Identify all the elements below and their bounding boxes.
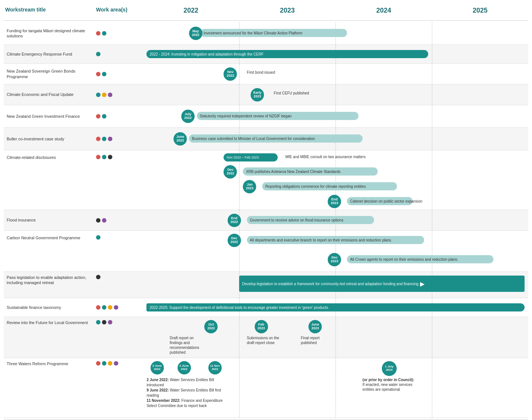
year-divider — [432, 22, 432, 44]
row-title: Climate Economic and Fiscal Update — [4, 89, 95, 100]
milestone-bubble: Dec 2022 — [228, 234, 241, 247]
event-label: 2 June 2022: Water Services Entities Bil… — [146, 377, 228, 409]
timeline-bar: XRB publishes Aotearoa New Zealand Clima… — [243, 167, 378, 176]
timeline-col: July 2022 Statutorily required independe… — [143, 105, 528, 127]
timeline-col: Nov 2022 – Feb 2023 MfE and MBIE consult… — [143, 150, 528, 210]
milestone-bubble: May 2022 — [189, 27, 202, 40]
milestone-bubble: June 2023 — [308, 320, 322, 333]
timeline-col: Develop legislation to establish a frame… — [143, 272, 528, 298]
timeline-col: 2 June 2022 2 June 2022 11 Nov 2022 2 Ju… — [143, 358, 528, 417]
table-row: Flood insurance End 2022 Government to r… — [4, 210, 528, 231]
row-title: Climate Emergency Response Fund — [4, 49, 95, 60]
row-dots — [95, 50, 143, 58]
year-divider — [239, 84, 239, 105]
event-label: First bond issued — [247, 70, 275, 74]
year-divider — [336, 317, 336, 358]
dot-purple — [108, 320, 112, 324]
table-row: New Zealand Green Investment Finance Jul… — [4, 105, 528, 128]
row-title: Three Waters Reform Programme — [4, 358, 95, 369]
row-dots — [95, 70, 143, 78]
dot-black — [96, 275, 100, 279]
dot-purple — [102, 218, 106, 223]
row-title: New Zealand Sovereign Green Bonds Progra… — [4, 66, 95, 82]
year-divider — [239, 358, 239, 417]
row-dots — [95, 113, 143, 120]
dot-teal — [102, 155, 106, 159]
timeline-col: Dec 2022 All departments and executive b… — [143, 231, 528, 271]
year-2022: 2022 — [143, 7, 239, 14]
year-divider — [432, 45, 432, 63]
row-title: Carbon Neutral Government Programme — [4, 231, 95, 243]
table-row: Funding for tangata Māori designed clima… — [4, 22, 528, 45]
timeline-bar: Develop legislation to establish a frame… — [239, 276, 525, 292]
dot-black — [108, 155, 112, 159]
row-dots — [95, 217, 143, 224]
row-title: Pass legislation to enable adaptation ac… — [4, 272, 95, 289]
timeline-bar: 2022 - 2024: Investing in mitigation and… — [146, 50, 428, 58]
year-divider — [432, 231, 432, 271]
year-divider — [432, 64, 432, 84]
timeline-col: End 2022 Government to receive advice on… — [143, 210, 528, 230]
dot-red — [96, 31, 100, 36]
event-label: Submissions on the draft report close — [247, 336, 280, 345]
year-divider — [432, 128, 432, 150]
timeline-bar: Reporting obligations commence for clima… — [262, 182, 397, 190]
dot-teal — [96, 235, 100, 240]
dot-black — [96, 218, 100, 223]
row-dots — [95, 91, 143, 99]
workstream-title-header: Workstream title — [4, 4, 95, 17]
milestone-bubble: 1 July 2024 — [382, 361, 397, 376]
year-divider — [432, 317, 432, 358]
page: Workstream title Work area(s) 2022 2023 … — [0, 0, 532, 420]
table-row: Sustainable finance taxonomy 2022-2025: … — [4, 298, 528, 317]
year-divider — [432, 358, 432, 417]
year-2025: 2025 — [432, 7, 528, 14]
row-dots — [95, 150, 143, 161]
timeline-bar: Cabinet decision on public sector expans… — [347, 197, 413, 205]
timeline-col: May 2022 Investment announced for the Mā… — [143, 22, 528, 44]
dot-teal — [102, 72, 106, 76]
milestone-bubble: Nov 2022 — [224, 67, 237, 81]
timeline-col: 2022 - 2024: Investing in mitigation and… — [143, 45, 528, 63]
year-divider — [239, 64, 239, 84]
row-dots — [95, 358, 143, 367]
timeline-bar: 2022-2025: Support the development of de… — [146, 303, 524, 311]
dot-teal — [102, 305, 106, 310]
row-title: Flood insurance — [4, 214, 95, 226]
row-title: New Zealand Green Investment Finance — [4, 111, 95, 122]
header-row: Workstream title Work area(s) 2022 2023 … — [4, 4, 528, 21]
timeline-bar: Nov 2022 – Feb 2023 — [224, 153, 278, 161]
dot-purple — [114, 361, 118, 366]
row-dots — [95, 30, 143, 37]
dot-teal — [102, 137, 106, 141]
row-title: Climate-related disclosures — [4, 150, 95, 163]
work-areas-header: Work area(s) — [95, 4, 143, 17]
timeline-bar: Statutorily required independent review … — [197, 112, 359, 120]
timeline-bar: Investment announced for the Māori Clima… — [201, 29, 347, 37]
year-2024: 2024 — [336, 7, 432, 14]
timeline: Funding for tangata Māori designed clima… — [4, 22, 528, 418]
milestone-bubble: End 2023 — [328, 195, 341, 208]
dot-black — [102, 320, 106, 324]
year-2023: 2023 — [239, 7, 336, 14]
year-divider — [432, 84, 432, 105]
dot-teal — [102, 114, 106, 119]
year-divider — [336, 358, 336, 417]
table-row: Climate Economic and Fiscal Update Early… — [4, 84, 528, 105]
timeline-bar: Government to receive advice on flood in… — [247, 216, 374, 224]
row-dots — [95, 231, 143, 241]
row-title: Funding for tangata Māori designed clima… — [4, 25, 95, 42]
dot-yellow — [108, 361, 112, 366]
milestone-bubble: Dec 2023 — [328, 253, 341, 266]
dot-teal — [96, 320, 100, 324]
table-row: Pass legislation to enable adaptation ac… — [4, 272, 528, 298]
milestone-bubble: July 2022 — [181, 110, 195, 123]
milestone-bubble: 2 June 2022 — [178, 361, 191, 374]
milestone-bubble: Dec 2022 — [224, 165, 237, 179]
event-label: MfE and MBIE consult on two assurance ma… — [285, 155, 366, 159]
dot-teal — [96, 52, 100, 56]
milestone-bubble: Jan 2023 — [243, 180, 256, 193]
event-label: First CEFU published — [274, 91, 309, 95]
dot-purple — [108, 137, 112, 141]
dot-red — [96, 72, 100, 76]
